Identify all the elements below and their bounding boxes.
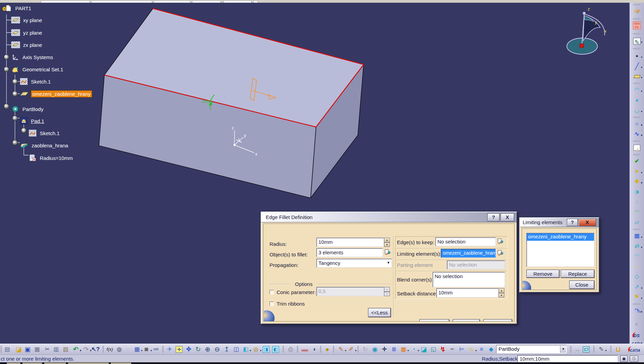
chevron-down-icon[interactable]: ▼ <box>387 261 390 265</box>
immersive-view-icon[interactable]: ◖ <box>310 345 319 354</box>
swoosh-arrow-icon[interactable]: ➤▾ <box>632 167 641 176</box>
close-button[interactable]: Close <box>569 280 594 289</box>
plane-icon[interactable]: ▾ <box>632 72 641 81</box>
toolbar-handle[interactable] <box>633 141 640 142</box>
measure-item-icon[interactable]: ⊏I <box>582 345 591 354</box>
element-selector-icon[interactable] <box>384 249 390 256</box>
expander-pad1[interactable] <box>12 115 18 121</box>
print-icon[interactable]: ▦ <box>33 345 41 354</box>
conic-parameter-checkbox[interactable] <box>269 290 274 294</box>
radius-spinner[interactable]: ▲▼ <box>384 238 390 247</box>
toolbar-handle[interactable] <box>633 33 640 34</box>
repeat-xn-icon[interactable]: ↷xN▾ <box>632 306 641 315</box>
unfold-icon[interactable]: ◇ <box>632 272 641 281</box>
sketcher-icon[interactable]: ✎▾ <box>632 37 641 46</box>
fit-all-in-icon[interactable]: ✛ <box>175 345 184 354</box>
help-button[interactable]: ? <box>567 219 578 226</box>
work-on-support-icon[interactable]: ▦▾ <box>399 345 408 354</box>
swap-visible-space-icon[interactable]: ◧ <box>271 345 280 354</box>
remove-button[interactable]: Remove <box>526 270 559 278</box>
shading-mode-icon[interactable]: ◎▾ <box>251 345 260 354</box>
parameter-list-icon[interactable]: ≔ <box>152 345 160 354</box>
propagation-dropdown[interactable]: Tangency ▼ <box>316 259 392 268</box>
line-icon[interactable]: ╱▾ <box>632 62 641 71</box>
measure-inertia-icon[interactable]: ● <box>323 345 332 354</box>
law-curve-icon[interactable]: ⊿ <box>632 143 641 152</box>
trim-icon[interactable]: ◌ <box>632 198 641 206</box>
preview-button[interactable]: Preview <box>483 319 512 322</box>
lock-icon[interactable]: ◙▾ <box>142 345 151 354</box>
flag-icon[interactable]: ⚑▾ <box>632 293 641 302</box>
tree-item-sketch1-pad[interactable]: Sketch.1 <box>29 129 60 137</box>
limiting-elements-list[interactable]: omezeni_zaoblene_hrany <box>526 233 594 267</box>
sketch-constraints-icon[interactable]: ✐▾ <box>347 345 355 354</box>
fillet-shape-icon[interactable]: ✚▾ <box>632 177 641 186</box>
less-button[interactable]: <<Less <box>368 308 391 317</box>
isometric-view-icon[interactable]: ◧▾ <box>241 345 250 354</box>
hold-shape-icon[interactable]: ⊔ <box>614 345 623 354</box>
element-selector-icon[interactable] <box>497 238 503 245</box>
list-item-selected[interactable]: omezeni_zaoblene_hrany <box>527 233 594 241</box>
limiting-elements-input[interactable]: omezeni_zaoblene_hrany <box>441 249 496 258</box>
symmetry-icon[interactable]: ⇄▾ <box>632 242 641 251</box>
replace-button[interactable]: Replace <box>561 270 594 278</box>
toolbar-handle[interactable] <box>633 304 640 305</box>
axis-system-icon[interactable]: ✛ <box>380 345 389 354</box>
fly-mode-icon[interactable]: ✈ <box>165 345 174 354</box>
tree-item-geometrical-set[interactable]: Geometrical Set.1 <box>11 65 64 73</box>
rotate-3d-icon[interactable]: ↻ <box>194 345 203 354</box>
bounding-box-icon[interactable]: ◱ <box>429 345 438 354</box>
open-folder-icon[interactable]: ◪ <box>14 345 23 354</box>
gear-check-icon[interactable]: ✔ <box>632 157 641 166</box>
design-table-icon[interactable]: ▦▾ <box>133 345 141 354</box>
expander-sketch1[interactable] <box>12 79 18 84</box>
tree-item-yz-plane[interactable]: yz plane <box>11 29 43 37</box>
extract-icon[interactable]: ▱ <box>632 218 641 227</box>
list-edit-icon[interactable]: ≡ <box>477 345 486 354</box>
expander-sketch1-pad[interactable] <box>21 128 27 133</box>
body-selector-combo[interactable]: PartBody ▼ <box>496 345 567 353</box>
toolbar-handle[interactable] <box>633 154 640 155</box>
element-selector-icon[interactable] <box>497 250 503 257</box>
box-view-icon[interactable]: ◪ <box>419 345 428 354</box>
cancel-button[interactable]: Cancel <box>453 319 480 322</box>
toolbar-handle[interactable] <box>1 346 2 353</box>
more-tools-chevron-icon[interactable]: » <box>632 320 641 329</box>
objects-to-fillet-input[interactable]: 3 elements <box>316 248 383 257</box>
hide-show-icon[interactable]: ◨ <box>262 345 271 354</box>
fold-icon[interactable]: ◗ <box>632 262 641 271</box>
close-icon[interactable]: X <box>578 219 596 226</box>
status-value-input[interactable]: 10mm;10mm <box>517 355 618 362</box>
expander-omezeni[interactable] <box>12 91 18 96</box>
dialog-toggle-button[interactable]: ▣ <box>620 356 628 362</box>
trim-ribbons-checkbox[interactable] <box>269 302 274 306</box>
sketch-analysis-icon[interactable]: ✎▾ <box>336 345 345 354</box>
paste-icon[interactable]: ▧ <box>61 345 70 354</box>
comment-icon[interactable]: ◍ <box>115 345 124 354</box>
revolve-surface-icon[interactable]: ◕ <box>632 96 641 105</box>
expander-partbody[interactable] <box>4 104 9 109</box>
tree-item-partbody[interactable]: PartBody <box>11 105 45 113</box>
spline-icon[interactable]: ∿▾ <box>632 130 641 139</box>
expander-geometrical-set[interactable] <box>4 67 9 72</box>
blend-corners-input[interactable]: No selection <box>433 272 505 287</box>
tree-expansion-icon[interactable]: ⊨ <box>457 345 466 354</box>
expander-axis-systems[interactable] <box>4 54 9 60</box>
tree-item-xy-plane[interactable]: xy plane <box>11 16 43 24</box>
insert-surface-icon[interactable]: ◆ <box>487 345 495 354</box>
sweep-surface-icon[interactable]: ◡▾ <box>632 106 641 115</box>
split-icon[interactable]: ⬗ <box>632 187 641 196</box>
boundary-icon[interactable]: ◠ <box>632 208 641 217</box>
transfer-icon[interactable]: ⇗▾ <box>632 283 641 291</box>
extrude-surface-icon[interactable]: ◠▾ <box>632 86 641 94</box>
vda-fs-icon[interactable]: VDA FS <box>632 21 641 30</box>
info-button[interactable]: ⓘ <box>630 356 638 362</box>
setback-spinner[interactable]: ▲▼ <box>499 288 504 297</box>
pan-icon[interactable]: ✜ <box>184 345 193 354</box>
tree-item-pad1[interactable]: Pad.1 <box>20 117 45 125</box>
pattern-icon[interactable]: ▦▾ <box>632 232 641 240</box>
toolbar-handle[interactable] <box>633 48 640 49</box>
copy-icon[interactable]: ▥ <box>52 345 60 354</box>
edge-fillet-dialog-titlebar[interactable]: Edge Fillet Definition <box>261 212 517 222</box>
tree-item-part1[interactable]: PART1 <box>2 4 32 12</box>
